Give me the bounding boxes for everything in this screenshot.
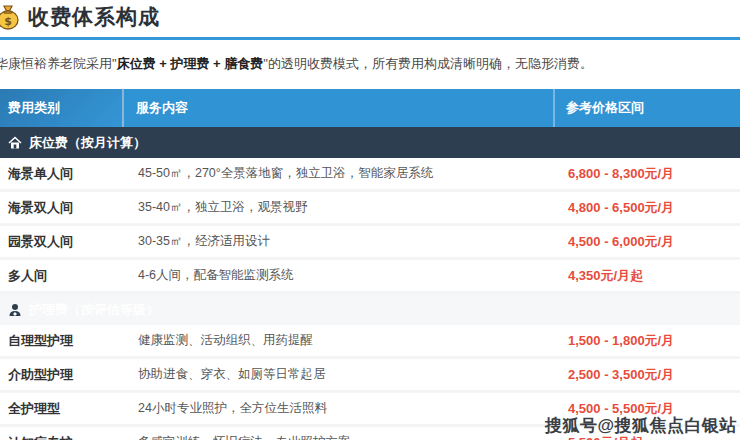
fee-table: 费用类别 服务内容 参考价格区间 床位费（按月计算） 海景单人间 45-50㎡，… [0,89,740,440]
intro-text: 华康恒裕养老院采用"床位费 + 护理费 + 膳食费"的透明收费模式，所有费用构成… [0,55,740,73]
service-desc: 35-40㎡，独立卫浴，观景视野 [126,199,557,216]
table-row: 介助型护理 协助进食、穿衣、如厕等日常起居 2,500 - 3,500元/月 [0,359,740,393]
table-row: 海景单人间 45-50㎡，270°全景落地窗，独立卫浴，智能家居系统 6,800… [0,158,740,192]
table-row: 海景双人间 35-40㎡，独立卫浴，观景视野 4,800 - 6,500元/月 [0,192,740,226]
table-header-row: 费用类别 服务内容 参考价格区间 [0,89,740,127]
service-desc: 协助进食、穿衣、如厕等日常起居 [126,366,557,383]
price-range: 1,500 - 1,800元/月 [557,332,740,350]
service-desc: 健康监测、活动组织、用药提醒 [126,332,557,349]
svg-text:$: $ [4,15,12,28]
section-header-nursing-fee: 护理费（按评估等级） [0,294,740,325]
nurse-icon [8,303,22,317]
price-range: 4,500 - 6,000元/月 [557,233,740,251]
room-type: 园景双人间 [0,233,126,251]
care-level: 全护理型 [0,400,126,418]
table-row: 自理型护理 健康监测、活动组织、用药提醒 1,500 - 1,800元/月 [0,325,740,359]
care-level: 自理型护理 [0,332,126,350]
sohu-watermark: 搜狐号@搜狐焦点白银站 [545,414,737,437]
care-level: 介助型护理 [0,366,126,384]
service-desc: 24小时专业照护，全方位生活照料 [126,400,557,417]
table-row: 园景双人间 30-35㎡，经济适用设计 4,500 - 6,000元/月 [0,226,740,260]
house-icon [8,136,22,150]
intro-suffix: "的透明收费模式，所有费用构成清晰明确，无隐形消费。 [263,56,593,71]
intro-bold: 床位费 + 护理费 + 膳食费 [117,56,264,71]
col-header-category: 费用类别 [0,89,124,127]
section-header-bed-fee: 床位费（按月计算） [0,127,740,158]
service-desc: 多感官训练、怀旧疗法、专业照护方案 [126,434,557,440]
price-range: 4,800 - 6,500元/月 [557,199,740,217]
price-range: 4,350元/月起 [557,267,740,285]
price-range: 6,800 - 8,300元/月 [557,165,740,183]
room-type: 海景单人间 [0,165,126,183]
page-header: $ 收费体系构成 [0,0,740,40]
col-header-price: 参考价格区间 [555,89,740,127]
table-row: 多人间 4-6人间，配备智能监测系统 4,350元/月起 [0,260,740,294]
page-title: 收费体系构成 [28,3,160,31]
fee-structure-page: $ 收费体系构成 华康恒裕养老院采用"床位费 + 护理费 + 膳食费"的透明收费… [0,0,740,440]
service-desc: 45-50㎡，270°全景落地窗，独立卫浴，智能家居系统 [126,165,557,182]
room-type: 海景双人间 [0,199,126,217]
money-bag-icon: $ [0,4,21,30]
care-level: 认知症专护 [0,434,126,440]
intro-prefix: 华康恒裕养老院采用" [0,56,117,71]
price-range: 2,500 - 3,500元/月 [557,366,740,384]
section-title: 床位费（按月计算） [29,134,146,152]
service-desc: 30-35㎡，经济适用设计 [126,233,557,250]
col-header-service: 服务内容 [124,89,555,127]
room-type: 多人间 [0,267,126,285]
section-title: 护理费（按评估等级） [29,301,159,319]
service-desc: 4-6人间，配备智能监测系统 [126,267,557,284]
